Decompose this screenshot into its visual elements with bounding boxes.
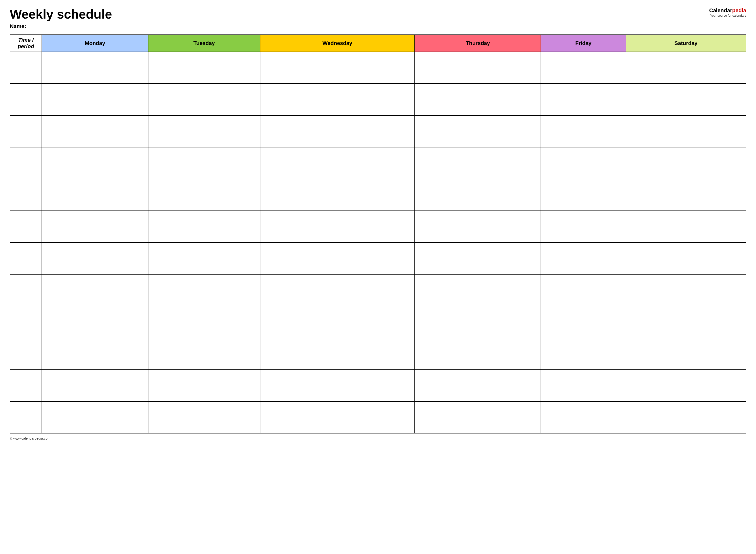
monday-cell[interactable] <box>42 115 148 147</box>
wednesday-cell[interactable] <box>260 179 415 211</box>
time-cell[interactable] <box>10 306 42 338</box>
thursday-cell[interactable] <box>415 306 541 338</box>
monday-cell[interactable] <box>42 401 148 433</box>
weekly-schedule-table: Time / period Monday Tuesday Wednesday T… <box>10 35 746 434</box>
saturday-cell[interactable] <box>626 306 746 338</box>
thursday-cell[interactable] <box>415 52 541 84</box>
saturday-cell[interactable] <box>626 370 746 401</box>
time-cell[interactable] <box>10 84 42 115</box>
thursday-cell[interactable] <box>415 401 541 433</box>
thursday-cell[interactable] <box>415 211 541 242</box>
monday-cell[interactable] <box>42 338 148 370</box>
saturday-cell[interactable] <box>626 147 746 179</box>
tuesday-cell[interactable] <box>148 306 260 338</box>
logo-calendar-text: Calendar <box>709 7 732 13</box>
friday-cell[interactable] <box>541 370 626 401</box>
thursday-cell[interactable] <box>415 370 541 401</box>
saturday-cell[interactable] <box>626 52 746 84</box>
monday-cell[interactable] <box>42 84 148 115</box>
thursday-cell[interactable] <box>415 115 541 147</box>
saturday-cell[interactable] <box>626 115 746 147</box>
table-row <box>10 370 746 401</box>
monday-cell[interactable] <box>42 242 148 274</box>
friday-cell[interactable] <box>541 52 626 84</box>
friday-cell[interactable] <box>541 401 626 433</box>
wednesday-cell[interactable] <box>260 274 415 306</box>
wednesday-cell[interactable] <box>260 52 415 84</box>
thursday-cell[interactable] <box>415 242 541 274</box>
friday-cell[interactable] <box>541 211 626 242</box>
table-row <box>10 211 746 242</box>
monday-cell[interactable] <box>42 274 148 306</box>
monday-cell[interactable] <box>42 147 148 179</box>
monday-cell[interactable] <box>42 179 148 211</box>
col-header-tuesday: Tuesday <box>148 35 260 52</box>
table-row <box>10 338 746 370</box>
tuesday-cell[interactable] <box>148 52 260 84</box>
friday-cell[interactable] <box>541 115 626 147</box>
saturday-cell[interactable] <box>626 401 746 433</box>
time-cell[interactable] <box>10 147 42 179</box>
time-cell[interactable] <box>10 52 42 84</box>
tuesday-cell[interactable] <box>148 211 260 242</box>
thursday-cell[interactable] <box>415 338 541 370</box>
monday-cell[interactable] <box>42 211 148 242</box>
saturday-cell[interactable] <box>626 211 746 242</box>
thursday-cell[interactable] <box>415 274 541 306</box>
friday-cell[interactable] <box>541 274 626 306</box>
tuesday-cell[interactable] <box>148 338 260 370</box>
col-header-wednesday: Wednesday <box>260 35 415 52</box>
friday-cell[interactable] <box>541 84 626 115</box>
friday-cell[interactable] <box>541 306 626 338</box>
time-cell[interactable] <box>10 115 42 147</box>
saturday-cell[interactable] <box>626 338 746 370</box>
table-header-row: Time / period Monday Tuesday Wednesday T… <box>10 35 746 52</box>
friday-cell[interactable] <box>541 147 626 179</box>
tuesday-cell[interactable] <box>148 84 260 115</box>
time-cell[interactable] <box>10 242 42 274</box>
wednesday-cell[interactable] <box>260 115 415 147</box>
wednesday-cell[interactable] <box>260 338 415 370</box>
wednesday-cell[interactable] <box>260 84 415 115</box>
tuesday-cell[interactable] <box>148 147 260 179</box>
time-cell[interactable] <box>10 179 42 211</box>
wednesday-cell[interactable] <box>260 401 415 433</box>
col-header-time: Time / period <box>10 35 42 52</box>
time-cell[interactable] <box>10 211 42 242</box>
saturday-cell[interactable] <box>626 179 746 211</box>
friday-cell[interactable] <box>541 338 626 370</box>
time-cell[interactable] <box>10 370 42 401</box>
thursday-cell[interactable] <box>415 84 541 115</box>
tuesday-cell[interactable] <box>148 401 260 433</box>
wednesday-cell[interactable] <box>260 306 415 338</box>
tuesday-cell[interactable] <box>148 274 260 306</box>
time-cell[interactable] <box>10 338 42 370</box>
friday-cell[interactable] <box>541 242 626 274</box>
saturday-cell[interactable] <box>626 242 746 274</box>
col-header-saturday: Saturday <box>626 35 746 52</box>
wednesday-cell[interactable] <box>260 211 415 242</box>
table-row <box>10 147 746 179</box>
page-header: Weekly schedule Name: Calendarpedia Your… <box>10 7 746 30</box>
monday-cell[interactable] <box>42 370 148 401</box>
wednesday-cell[interactable] <box>260 242 415 274</box>
tuesday-cell[interactable] <box>148 370 260 401</box>
tuesday-cell[interactable] <box>148 242 260 274</box>
monday-cell[interactable] <box>42 306 148 338</box>
saturday-cell[interactable] <box>626 84 746 115</box>
page-title: Weekly schedule <box>10 7 709 21</box>
table-row <box>10 84 746 115</box>
tuesday-cell[interactable] <box>148 115 260 147</box>
thursday-cell[interactable] <box>415 147 541 179</box>
friday-cell[interactable] <box>541 179 626 211</box>
tuesday-cell[interactable] <box>148 179 260 211</box>
saturday-cell[interactable] <box>626 274 746 306</box>
thursday-cell[interactable] <box>415 179 541 211</box>
time-cell[interactable] <box>10 401 42 433</box>
col-header-friday: Friday <box>541 35 626 52</box>
wednesday-cell[interactable] <box>260 370 415 401</box>
monday-cell[interactable] <box>42 52 148 84</box>
wednesday-cell[interactable] <box>260 147 415 179</box>
time-cell[interactable] <box>10 274 42 306</box>
table-row <box>10 306 746 338</box>
